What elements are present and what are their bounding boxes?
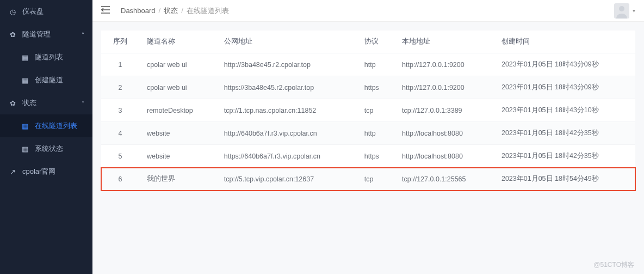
- cell-local: http://127.0.0.1:9200: [394, 76, 494, 99]
- grid-icon: ▦: [21, 53, 29, 62]
- col-name: 隧道名称: [139, 31, 216, 53]
- sidebar: ◷ 仪表盘 ✿ 隧道管理 ˄ ▦ 隧道列表 ▦ 创建隧道 ✿ 状态 ˄ ▦ 在线…: [0, 0, 92, 274]
- cell-public: http://640b6a7f.r3.vip.cpolar.cn: [216, 122, 357, 145]
- sidebar-item-online-tunnels[interactable]: ▦ 在线隧道列表: [0, 114, 92, 137]
- menu-toggle-icon[interactable]: [101, 6, 110, 15]
- cell-name: website: [139, 122, 216, 145]
- col-public: 公网地址: [216, 31, 357, 53]
- breadcrumb-current: 在线隧道列表: [187, 6, 229, 16]
- content: 序列 隧道名称 公网地址 协议 本地地址 创建时间 1cpolar web ui…: [92, 22, 644, 274]
- cog-icon: ✿: [8, 31, 17, 39]
- cell-proto: tcp: [357, 99, 394, 122]
- cell-proto: tcp: [357, 168, 394, 191]
- cell-name: cpolar web ui: [139, 53, 216, 76]
- chevron-down-icon: ▾: [633, 8, 635, 14]
- cell-seq: 2: [101, 76, 139, 99]
- cell-name: cpolar web ui: [139, 76, 216, 99]
- tunnel-table: 序列 隧道名称 公网地址 协议 本地地址 创建时间 1cpolar web ui…: [101, 31, 635, 191]
- table-row: 6我的世界tcp://5.tcp.vip.cpolar.cn:12637tcpt…: [101, 168, 635, 191]
- cell-seq: 5: [101, 145, 139, 168]
- table-row: 2cpolar web uihttps://3ba48e45.r2.cpolar…: [101, 76, 635, 99]
- col-proto: 协议: [357, 31, 394, 53]
- grid-icon: ▦: [21, 145, 29, 153]
- dashboard-icon: ◷: [8, 8, 17, 16]
- avatar: [614, 3, 629, 19]
- breadcrumb-mid[interactable]: 状态: [164, 6, 178, 16]
- col-local: 本地地址: [394, 31, 494, 53]
- cell-local: http://127.0.0.1:9200: [394, 53, 494, 76]
- cell-proto: http: [357, 53, 394, 76]
- cell-created: 2023年01月05日 18时43分09秒: [494, 76, 635, 99]
- cell-created: 2023年01月05日 18时43分09秒: [494, 53, 635, 76]
- table-row: 4websitehttp://640b6a7f.r3.vip.cpolar.cn…: [101, 122, 635, 145]
- header: Dashboard / 状态 / 在线隧道列表 ▾: [92, 0, 644, 22]
- sidebar-item-tunnel-list[interactable]: ▦ 隧道列表: [0, 46, 92, 69]
- breadcrumb: Dashboard / 状态 / 在线隧道列表: [121, 6, 229, 16]
- cell-proto: https: [357, 145, 394, 168]
- sidebar-item-label: 状态: [22, 98, 36, 108]
- sidebar-item-label: 隧道列表: [35, 52, 63, 62]
- table-row: 1cpolar web uihttp://3ba48e45.r2.cpolar.…: [101, 53, 635, 76]
- tunnel-table-card: 序列 隧道名称 公网地址 协议 本地地址 创建时间 1cpolar web ui…: [101, 31, 635, 191]
- cell-local: tcp://127.0.0.1:3389: [394, 99, 494, 122]
- sidebar-item-label: 在线隧道列表: [35, 121, 77, 131]
- cog-icon: ✿: [8, 99, 17, 107]
- cell-proto: https: [357, 76, 394, 99]
- sidebar-item-label: 仪表盘: [22, 7, 44, 16]
- table-row: 3remoteDesktoptcp://1.tcp.nas.cpolar.cn:…: [101, 99, 635, 122]
- user-menu[interactable]: ▾: [614, 3, 635, 19]
- cell-seq: 3: [101, 99, 139, 122]
- cell-created: 2023年01月05日 18时43分10秒: [494, 99, 635, 122]
- grid-icon: ▦: [21, 76, 29, 84]
- breadcrumb-sep: /: [181, 7, 183, 15]
- sidebar-item-label: 隧道管理: [22, 29, 51, 39]
- sidebar-item-create-tunnel[interactable]: ▦ 创建隧道: [0, 69, 92, 92]
- col-seq: 序列: [101, 31, 139, 53]
- sidebar-item-label: 系统状态: [35, 144, 63, 154]
- cell-seq: 4: [101, 122, 139, 145]
- cell-public: https://640b6a7f.r3.vip.cpolar.cn: [216, 145, 357, 168]
- sidebar-item-dashboard[interactable]: ◷ 仪表盘: [0, 0, 92, 23]
- cell-public: http://3ba48e45.r2.cpolar.top: [216, 53, 357, 76]
- grid-icon: ▦: [21, 122, 29, 130]
- cell-local: http://localhost:8080: [394, 145, 494, 168]
- sidebar-item-cpolar-site[interactable]: ↗ cpolar官网: [0, 160, 92, 183]
- cell-name: website: [139, 145, 216, 168]
- chevron-up-icon: ˄: [82, 32, 84, 38]
- cell-name: 我的世界: [139, 168, 216, 191]
- col-created: 创建时间: [494, 31, 635, 53]
- cell-seq: 1: [101, 53, 139, 76]
- chevron-up-icon: ˄: [82, 100, 84, 106]
- sidebar-item-label: cpolar官网: [22, 167, 55, 176]
- sidebar-item-system-status[interactable]: ▦ 系统状态: [0, 137, 92, 160]
- cell-created: 2023年01月05日 18时54分49秒: [494, 168, 635, 191]
- breadcrumb-sep: /: [159, 7, 161, 15]
- breadcrumb-root[interactable]: Dashboard: [121, 7, 156, 15]
- sidebar-item-tunnel-manage[interactable]: ✿ 隧道管理 ˄: [0, 23, 92, 46]
- watermark: @51CTO博客: [593, 260, 634, 270]
- cell-public: https://3ba48e45.r2.cpolar.top: [216, 76, 357, 99]
- cell-local: http://localhost:8080: [394, 122, 494, 145]
- cell-local: tcp://127.0.0.1:25565: [394, 168, 494, 191]
- external-link-icon: ↗: [8, 168, 17, 176]
- cell-created: 2023年01月05日 18时42分35秒: [494, 145, 635, 168]
- cell-public: tcp://1.tcp.nas.cpolar.cn:11852: [216, 99, 357, 122]
- cell-created: 2023年01月05日 18时42分35秒: [494, 122, 635, 145]
- cell-public: tcp://5.tcp.vip.cpolar.cn:12637: [216, 168, 357, 191]
- cell-name: remoteDesktop: [139, 99, 216, 122]
- sidebar-item-status[interactable]: ✿ 状态 ˄: [0, 92, 92, 114]
- cell-proto: http: [357, 122, 394, 145]
- svg-point-0: [619, 6, 624, 11]
- table-header-row: 序列 隧道名称 公网地址 协议 本地地址 创建时间: [101, 31, 635, 53]
- sidebar-item-label: 创建隧道: [35, 75, 63, 85]
- cell-seq: 6: [101, 168, 139, 191]
- table-row: 5websitehttps://640b6a7f.r3.vip.cpolar.c…: [101, 145, 635, 168]
